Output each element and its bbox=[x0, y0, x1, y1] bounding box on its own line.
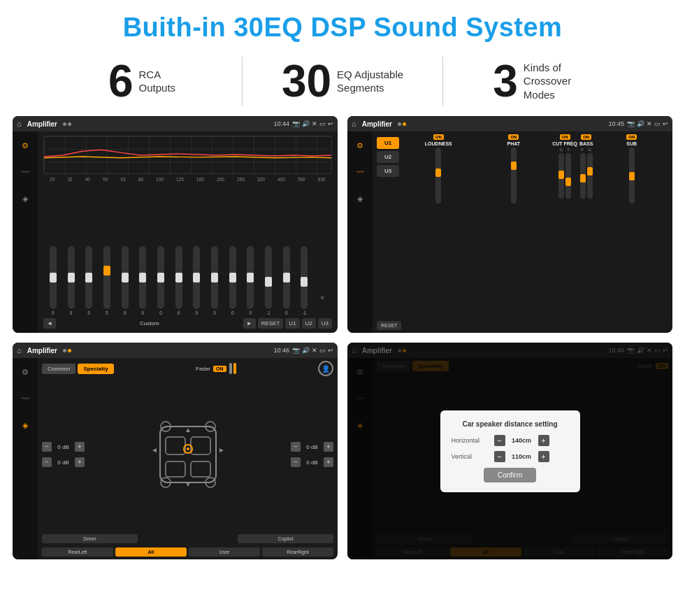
ch-slider-cutfreq-f[interactable] bbox=[565, 153, 571, 199]
slider-thumb-1[interactable] bbox=[68, 273, 75, 282]
tab-common[interactable]: Common bbox=[42, 364, 75, 374]
slider-thumb-5[interactable] bbox=[139, 273, 146, 282]
ch-slider-sub[interactable] bbox=[629, 148, 635, 203]
slider-track-9[interactable] bbox=[211, 246, 218, 309]
channel-area: ON LOUDNESS ON PHAT ON CUT bbox=[402, 134, 668, 318]
svg-point-6 bbox=[187, 447, 189, 450]
eq-u3-btn[interactable]: U3 bbox=[318, 318, 332, 329]
slider-thumb-4[interactable] bbox=[122, 273, 129, 282]
slider-thumb-9[interactable] bbox=[211, 273, 218, 282]
crossover-sidebar-icon-3[interactable]: ◈ bbox=[352, 190, 368, 207]
back-icon-3: ↩ bbox=[328, 347, 333, 354]
slider-thumb-0[interactable] bbox=[50, 273, 57, 282]
ch-slider-phat[interactable] bbox=[511, 148, 517, 203]
slider-thumb-3[interactable] bbox=[103, 266, 110, 275]
vol-plus-bl[interactable]: + bbox=[75, 457, 85, 467]
nav-copilot[interactable]: Copilot bbox=[238, 534, 333, 543]
eq-sidebar-icon-2[interactable]: 〰 bbox=[17, 164, 34, 180]
eq-sidebar-icon-1[interactable]: ⚙ bbox=[17, 137, 34, 154]
vol-minus-tr[interactable]: − bbox=[291, 442, 301, 452]
fader-sidebar-icon-3[interactable]: ◈ bbox=[17, 417, 34, 434]
dot-g2 bbox=[63, 349, 66, 352]
slider-track-0[interactable] bbox=[50, 246, 57, 309]
screens-grid: ⌂ Amplifier 10:44 📷 🔊 ✕ ▭ ↩ ⚙ 〰 ◈ bbox=[0, 116, 685, 566]
slider-track-10[interactable] bbox=[229, 246, 236, 309]
nav-rearright[interactable]: RearRight bbox=[262, 547, 333, 557]
dialog-horizontal-minus[interactable]: − bbox=[494, 435, 505, 446]
vol-row-bl: − 0 dB + bbox=[42, 457, 85, 467]
vol-plus-br[interactable]: + bbox=[324, 457, 333, 467]
preset-u2-btn[interactable]: U2 bbox=[377, 151, 399, 163]
slider-track-4[interactable] bbox=[122, 246, 129, 309]
slider-track-13[interactable] bbox=[283, 246, 290, 309]
ch-slider-cutfreq-g[interactable] bbox=[558, 153, 564, 199]
vol-minus-br[interactable]: − bbox=[291, 457, 301, 467]
slider-val-13: 0 bbox=[285, 310, 288, 315]
eq-u1-btn[interactable]: U1 bbox=[285, 318, 299, 329]
slider-thumb-14[interactable] bbox=[301, 277, 308, 287]
slider-thumb-7[interactable] bbox=[175, 273, 182, 282]
slider-thumb-10[interactable] bbox=[229, 273, 236, 282]
ch-thumb-loudness[interactable] bbox=[435, 169, 441, 177]
ch-slider-bass-g[interactable] bbox=[587, 153, 593, 199]
confirm-button[interactable]: Confirm bbox=[484, 468, 536, 482]
slider-track-11[interactable] bbox=[247, 246, 254, 309]
expand-icon[interactable]: » bbox=[320, 294, 324, 301]
fader-sidebar-icon-1[interactable]: ⚙ bbox=[17, 364, 34, 380]
slider-track-7[interactable] bbox=[175, 246, 182, 309]
ch-thumb-sub[interactable] bbox=[629, 172, 635, 180]
ch-slider-loudness[interactable] bbox=[435, 148, 441, 203]
vol-plus-tl[interactable]: + bbox=[75, 442, 85, 452]
preset-u1-btn[interactable]: U1 bbox=[377, 137, 399, 149]
eq-next-btn[interactable]: ► bbox=[243, 318, 256, 329]
eq-u2-btn[interactable]: U2 bbox=[302, 318, 316, 329]
nav-user[interactable]: User bbox=[189, 547, 260, 557]
slider-track-6[interactable] bbox=[157, 246, 164, 309]
slider-track-2[interactable] bbox=[85, 246, 92, 309]
eq-prev-btn[interactable]: ◄ bbox=[43, 318, 56, 329]
crossover-sidebar-icon-1[interactable]: ⚙ bbox=[352, 137, 368, 154]
slider-track-12[interactable] bbox=[265, 246, 272, 309]
ch-thumb-phat[interactable] bbox=[511, 162, 517, 170]
dialog-box: Car speaker distance setting Horizontal … bbox=[440, 410, 580, 492]
dialog-vertical-plus[interactable]: + bbox=[538, 451, 549, 462]
slider-track-5[interactable] bbox=[139, 246, 146, 309]
dot-gray bbox=[63, 122, 66, 126]
slider-thumb-8[interactable] bbox=[193, 273, 200, 282]
vol-plus-tr[interactable]: + bbox=[324, 442, 333, 452]
slider-track-14[interactable] bbox=[301, 246, 308, 309]
stat-crossover: 3 Kinds of Crossover Modes bbox=[443, 59, 643, 103]
fader-sidebar-icon-2[interactable]: 〰 bbox=[17, 390, 34, 407]
slider-thumb-12[interactable] bbox=[265, 277, 272, 287]
slider-thumb-13[interactable] bbox=[283, 273, 290, 282]
eq-reset-btn[interactable]: RESET bbox=[258, 318, 284, 329]
slider-track-8[interactable] bbox=[193, 246, 200, 309]
crossover-sidebar-icon-2[interactable]: 〰 bbox=[352, 164, 368, 180]
slider-track-1[interactable] bbox=[68, 246, 75, 309]
nav-all[interactable]: All bbox=[115, 547, 187, 557]
ch-label-sub: SUB bbox=[626, 141, 637, 146]
svg-text:►: ► bbox=[218, 446, 225, 454]
slider-track-3[interactable] bbox=[103, 246, 110, 309]
crossover-reset-btn[interactable]: RESET bbox=[377, 321, 401, 330]
preset-u3-btn[interactable]: U3 bbox=[377, 165, 399, 177]
stat-rca: 6 RCA Outputs bbox=[42, 59, 242, 103]
nav-rearleft[interactable]: RearLeft bbox=[42, 547, 113, 557]
eq-sidebar-icon-3[interactable]: ◈ bbox=[17, 190, 34, 207]
ch-label-phat: PHAT bbox=[507, 141, 521, 146]
tab-specialty[interactable]: Specialty bbox=[78, 364, 113, 374]
person-icon: 👤 bbox=[318, 361, 333, 376]
ch-slider-bass-f[interactable] bbox=[580, 153, 586, 199]
slider-thumb-2[interactable] bbox=[85, 273, 92, 282]
nav-driver[interactable]: Driver bbox=[42, 534, 138, 543]
slider-thumb-11[interactable] bbox=[247, 273, 254, 282]
slider-thumb-6[interactable] bbox=[157, 273, 164, 282]
home-icon: ⌂ bbox=[17, 120, 22, 128]
dialog-horizontal-plus[interactable]: + bbox=[538, 435, 549, 446]
vol-minus-tl[interactable]: − bbox=[42, 442, 52, 452]
ch-sub: ON SUB bbox=[595, 134, 668, 203]
vol-minus-bl[interactable]: − bbox=[42, 457, 52, 467]
dialog-vertical-minus[interactable]: − bbox=[494, 451, 505, 462]
eq-status-dots bbox=[63, 122, 71, 126]
dialog-title: Car speaker distance setting bbox=[452, 420, 569, 428]
